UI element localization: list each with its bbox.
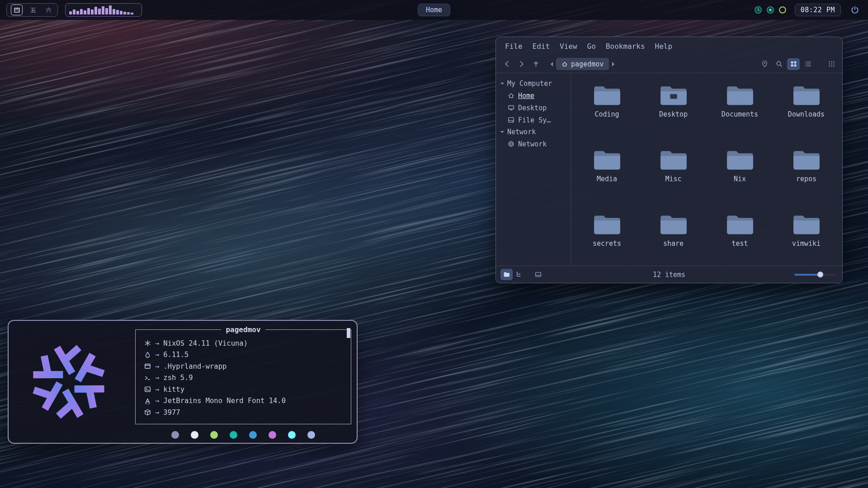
status-bar: 12 items [496,266,842,283]
packages-icon [143,409,152,416]
folder-label: Desktop [659,110,688,118]
folder-coding[interactable]: Coding [574,78,640,142]
fetch-value: zsh 5.9 [163,374,193,382]
location-pin-button[interactable] [758,58,771,70]
sidebar-section-label: Network [507,128,536,136]
menu-go[interactable]: Go [587,42,596,51]
arrow-glyph: → [155,339,159,347]
forward-button[interactable] [515,58,528,70]
visualizer-bar [84,10,86,14]
folder-icon [793,150,821,171]
power-button[interactable] [848,4,862,16]
visualizer-bar [113,9,115,14]
folder-icon [660,85,688,107]
home-icon [561,61,568,67]
folder-icon [793,214,821,236]
folder-share[interactable]: share [640,207,707,266]
arrow-glyph: → [155,385,159,394]
arrow-glyph: → [155,362,159,371]
terminal-pane-button[interactable] [532,269,544,280]
folder-label: Coding [594,110,619,118]
fetch-title: pagedmov [221,325,265,334]
fetch-row: →kitty [143,384,344,395]
visualizer-bar [123,12,126,14]
collapse-arrow-icon [500,131,504,135]
filesystem-icon [508,117,514,123]
back-button[interactable] [500,58,513,70]
folder-test[interactable]: test [707,207,773,266]
sidebar-section-my-computer[interactable]: My Computer [496,78,571,89]
folder-misc[interactable]: Misc [640,142,707,207]
fetch-output: pagedmov →NixOS 24.11 (Vicuna)→6.11.5→.H… [135,325,351,439]
menu-help[interactable]: Help [655,42,673,51]
workspace-switcher[interactable] [6,3,58,17]
visualizer-bar [127,12,130,14]
breadcrumb-scroll-right-icon[interactable] [612,62,617,66]
zoom-knob[interactable] [817,272,823,277]
breadcrumb-home-segment[interactable]: pagedmov [556,58,609,70]
visualizer-bar [116,10,119,14]
side-pane-tree-button[interactable] [513,269,525,280]
sidebar-item-file-sy[interactable]: File Sy… [496,114,571,126]
menu-file[interactable]: File [505,42,523,51]
fetch-value: kitty [163,385,184,394]
sidebar-item-home[interactable]: Home [496,89,571,102]
zoom-slider[interactable] [794,272,836,278]
sidebar-section-network[interactable]: Network [496,126,571,138]
list-view-button[interactable] [802,58,814,70]
visualizer-bar [120,11,123,14]
tray-status-icon[interactable] [766,6,774,14]
arrow-glyph: → [155,374,159,382]
visualizer-bar [102,6,104,14]
terminal-window[interactable]: pagedmov →NixOS 24.11 (Vicuna)→6.11.5→.H… [8,320,358,444]
search-button[interactable] [773,58,785,70]
terminal-palette [135,431,351,439]
folder-vimwiki[interactable]: vimwiki [773,207,840,266]
side-pane-places-button[interactable] [500,269,513,280]
folder-label: Media [597,175,617,183]
folder-desktop[interactable]: Desktop [640,78,707,142]
fetch-row: →NixOS 24.11 (Vicuna) [143,338,344,349]
folder-downloads[interactable]: Downloads [773,78,840,142]
folder-label: Documents [722,110,758,118]
visualizer-bar [131,13,133,14]
visualizer-bar [87,8,90,14]
folder-icon [593,214,621,236]
visualizer-bar [105,8,108,14]
file-manager-window: FileEditViewGoBookmarksHelp pagedmov [495,37,843,283]
up-button[interactable] [529,58,542,70]
menu-bar: FileEditViewGoBookmarksHelp [496,37,842,55]
sidebar-item-label: File Sy… [518,116,551,124]
workspace-2[interactable] [28,5,38,15]
folder-icon [660,214,688,236]
clock[interactable]: 08:22 PM [795,4,841,16]
tray-clock-icon[interactable] [754,6,762,14]
icon-view-button[interactable] [787,58,800,70]
shell-icon [143,375,152,381]
menu-bookmarks[interactable]: Bookmarks [606,42,645,51]
audio-visualizer [65,3,142,17]
desktop-icon [508,104,514,111]
folder-icon [660,150,688,171]
breadcrumb-scroll-left-icon[interactable] [548,62,553,66]
sidebar-item-desktop[interactable]: Desktop [496,102,571,114]
fetch-row: →JetBrains Mono Nerd Font 14.0 [143,395,344,407]
folder-media[interactable]: Media [574,142,640,207]
sidebar-item-network[interactable]: Network [496,138,571,150]
menu-view[interactable]: View [560,42,577,51]
visualizer-bar [69,11,72,14]
folder-documents[interactable]: Documents [707,78,773,142]
tray-recorder-icon[interactable] [778,6,787,14]
home-button[interactable]: Home [418,4,450,16]
network-icon [508,141,514,147]
visualizer-bar [80,9,83,14]
menu-edit[interactable]: Edit [533,42,550,51]
workspace-3[interactable] [43,5,53,15]
visualizer-bar [76,11,79,14]
compact-view-button[interactable] [825,58,838,70]
folder-repos[interactable]: repos [773,142,840,207]
folder-nix[interactable]: Nix [707,142,773,207]
system-tray: 08:22 PM [754,4,862,16]
workspace-1[interactable] [11,5,23,15]
folder-secrets[interactable]: secrets [574,207,640,266]
